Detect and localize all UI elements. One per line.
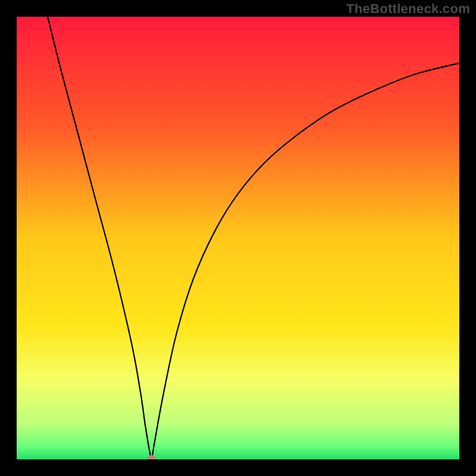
chart-frame: TheBottleneck.com [0,0,476,476]
watermark-text: TheBottleneck.com [346,1,470,17]
plot-area [17,17,459,459]
chart-svg [17,17,459,459]
